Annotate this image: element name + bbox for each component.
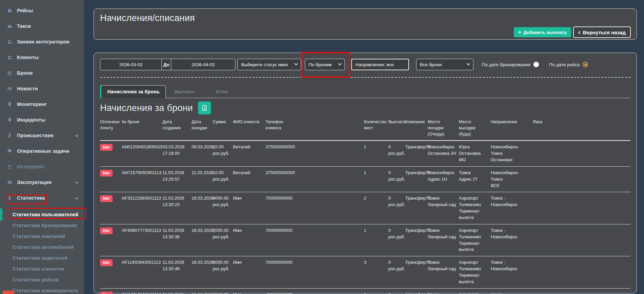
cell-payout: 0 рос.руб. [388,224,405,256]
cell-booking-number: AF11402643001113 [122,256,162,288]
file-excel-icon [202,105,207,111]
cell-company: Трансфер70 [405,288,428,294]
cell-pickup-place: Новосибирск Остановка 2Н [428,141,459,166]
radio-by-flight-date[interactable]: По дате рейса [549,62,588,67]
sidebar-subitem[interactable]: Статистика пользователей [0,209,84,220]
cell-direction: Томск - Новосибирск [491,224,533,256]
section-heading-row: Начисления за брони [100,101,630,115]
cell-amount: 10.00 рос.руб. [213,166,233,192]
cell-direction: Новосибирск-Томск ВСЕ [491,166,533,192]
cell-pickup-place: Томск Лагерный сад [428,288,459,294]
date-from-input[interactable] [100,59,162,70]
page-header-card: Начисления/списания +Добавить выплату ‹В… [94,8,637,40]
table-column-header: Дата поездки [192,117,213,141]
tab[interactable]: Выплаты [166,86,203,98]
chevron-down-icon [338,62,341,66]
chevron-down-icon [75,134,79,137]
plus-icon: + [518,30,521,35]
mode-select[interactable]: По броням [305,59,345,70]
sidebar-item[interactable]: Инциденты [0,112,84,128]
directions-filter[interactable]: Направления: все [351,59,409,70]
sidebar-subitem[interactable]: Статистика взаиморасчета [0,285,84,294]
date-to-input[interactable] [171,59,235,70]
sidebar-item[interactable]: Статистика [0,190,84,206]
bookings-select[interactable]: Все брони [416,59,473,70]
table-column-header: Дата создания [162,117,192,141]
sidebar-subitem[interactable]: Статистика клиентов [0,263,84,274]
status-badge: Нет [100,195,113,202]
sidebar-item[interactable]: Эксплуатация [0,174,84,190]
chevron-left-icon: ‹ [578,29,581,35]
tab-label: Выплаты [174,89,194,94]
radio-unselected-icon[interactable] [533,62,539,67]
sidebar-item[interactable]: Клиенты [0,50,84,65]
status-badge: Нет [100,144,113,151]
cell-client-phone: 70000000000 [266,192,364,224]
cell-booking-number: AN01200401805033 [122,141,162,166]
table-column-header: Оплачено Агенту [100,117,122,141]
chevron-down-icon [75,181,79,184]
tab[interactable]: Начисления за бронь [100,85,166,98]
cell-trip-date: 16.03.2026 [192,224,213,256]
back-button[interactable]: ‹Вернуться назад [573,26,631,38]
sidebar-item-label: Брони [17,70,33,76]
sidebar-item-icon [7,117,13,122]
attendance-status-select[interactable]: Выберите статус явки [237,59,301,70]
add-payout-button[interactable]: +Добавить выплату [514,27,571,37]
sidebar-item-label: Оперативные задачи [17,148,69,154]
sidebar-item-icon [7,164,13,169]
cell-seat-count: 1 [364,224,388,256]
export-excel-button[interactable] [198,102,211,114]
sidebar-subitem[interactable]: Статистика бронирования [0,220,84,231]
sidebar-statistics-submenu: Статистика пользователей Статистика брон… [0,209,84,294]
sidebar-item[interactable]: Оперативные задачи [0,143,84,159]
cell-dropoff-place: Аэропорт Толмачево Терминал вылета [459,224,491,256]
sidebar-item[interactable]: Происшествия [0,128,84,143]
sidebar-item[interactable]: Заявки интеграторов [0,34,84,50]
radio-by-booking-date[interactable]: По дате бронирования [482,62,539,67]
sidebar-item-icon [7,55,13,60]
cell-booking-number: AN71579092901113 [122,166,162,192]
cell-paid-to-agent: Нет [100,288,122,294]
cell-paid-to-agent: Нет [100,166,122,192]
sidebar-item-label: Новости [17,86,38,91]
sidebar-subitem[interactable]: Статистика водителей [0,253,84,263]
sidebar-item-label: Интерфейс [17,164,45,169]
accruals-table: Оплачено Агенту № брони Дата создания Да… [100,117,630,294]
cell-seat-count: 1 [364,141,388,166]
sidebar-item[interactable]: Новости [0,81,84,96]
table-row: Нет AN01200401805033 03.03.2026 17:18:00… [100,141,630,166]
cell-payout: 0 рос.руб. [388,288,405,294]
table-column-header: Выплата [388,117,405,141]
mode-select-value: По броням [309,62,332,67]
bookings-select-value: Все брони [420,62,442,67]
cell-client-name: Виталий [233,166,266,192]
sidebar-subitem[interactable]: Статистика компаний [0,231,84,242]
sidebar-item-icon [7,39,13,44]
cell-trip-date: 16.03.2026 [192,192,213,224]
sidebar-item[interactable]: Рейсы [0,3,84,18]
cell-client-name: Имя [233,192,266,224]
cell-direction: Томск - Новосибирск [491,256,533,288]
cell-pickup-place: Томск Лагерный сад [428,256,459,288]
cell-company: Трансфер70 [405,141,428,166]
cell-created-date: 11.03.2026 13:31:01 [162,288,192,294]
sidebar-item[interactable]: Интерфейс [0,159,84,174]
cell-company: Трансфер70 [405,224,428,256]
section-title: Начисления за брони [100,103,193,113]
directions-filter-value: Направления: все [355,62,394,67]
sidebar-item[interactable]: Такси [0,18,84,34]
cell-attendance [533,192,630,224]
table-column-header: ФИО клиента [233,117,266,141]
tab[interactable]: Итого [203,86,240,98]
sidebar-item[interactable]: Мониторинг [0,96,84,112]
sidebar-item-icon [7,102,13,107]
cell-amount: 4000.00 рос.руб. [213,192,233,224]
sidebar-item-label: Происшествия [17,133,54,138]
sidebar-subitem[interactable]: Статистика автомобилей [0,242,84,253]
radio-selected-icon[interactable] [583,62,588,67]
cell-created-date: 11.03.2026 13:30:49 [162,256,192,288]
cell-trip-date: 11.03.2026 [192,166,213,192]
sidebar-item[interactable]: Брони [0,65,84,81]
sidebar-subitem[interactable]: Статистика рейсов [0,274,84,285]
